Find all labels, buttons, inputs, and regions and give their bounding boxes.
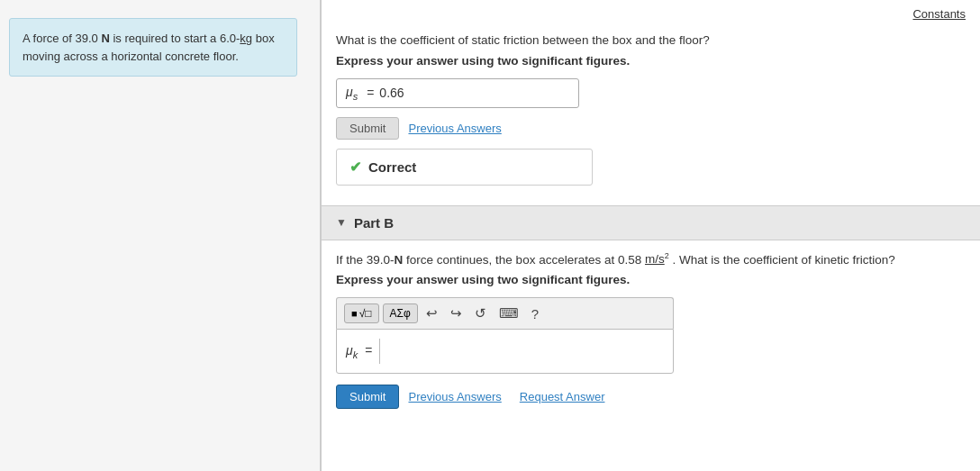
math-box-icon: ■: [351, 308, 358, 319]
reset-button[interactable]: ↺: [470, 303, 491, 323]
part-b-q1: If the 39.0-: [336, 252, 395, 266]
top-bar: Constants: [322, 0, 980, 24]
redo-button[interactable]: ↪: [446, 303, 467, 323]
unit-underline: m/s: [645, 252, 665, 266]
constants-link[interactable]: Constants: [912, 7, 966, 21]
answer-input-box: μs = 0.66: [336, 78, 579, 108]
check-icon: ✔: [349, 159, 361, 176]
muk-input-row: μk =: [336, 329, 674, 374]
mu-sub-k: k: [353, 349, 358, 360]
sidebar: A force of 39.0 N is required to start a…: [0, 0, 320, 471]
part-a-previous-answers-link[interactable]: Previous Answers: [408, 122, 501, 135]
keyboard-button[interactable]: ⌨: [495, 303, 523, 323]
equals-sign: =: [367, 86, 374, 100]
part-a-express: Express your answer using two significan…: [336, 54, 966, 68]
part-a-submit-button[interactable]: Submit: [336, 117, 399, 140]
correct-banner: ✔ Correct: [336, 149, 593, 186]
help-button[interactable]: ?: [527, 304, 543, 323]
part-b-q3: . What is the coefficient of kinetic fri…: [669, 252, 895, 266]
part-b-unit: m/s2: [645, 252, 669, 266]
sqrt-icon: √□: [359, 307, 372, 320]
mass-unit: kg: [240, 32, 252, 45]
undo-button[interactable]: ↩: [422, 303, 442, 323]
force-value: N: [101, 32, 109, 45]
part-b-previous-answers-link[interactable]: Previous Answers: [408, 390, 501, 403]
answer-value: 0.66: [379, 86, 404, 100]
correct-text: Correct: [368, 159, 416, 175]
part-b-header: ▼ Part B: [322, 205, 980, 240]
symbol-text: AΣφ: [390, 307, 411, 320]
part-a-submit-row: Submit Previous Answers: [336, 117, 966, 140]
part-b-content: If the 39.0-N force continues, the box a…: [322, 251, 980, 424]
part-a-question: What is the coefficient of static fricti…: [336, 33, 966, 47]
part-b-express: Express your answer using two significan…: [336, 273, 966, 286]
part-b-question: If the 39.0-N force continues, the box a…: [336, 251, 966, 267]
main-content: Constants What is the coefficient of sta…: [322, 0, 980, 471]
muk-input-field[interactable]: [379, 339, 664, 364]
part-b-title: Part B: [354, 215, 394, 231]
formula-container: ■ √□ AΣφ ↩ ↪ ↺ ⌨ ? μk =: [336, 297, 966, 374]
mu-s-label: μs: [346, 85, 358, 102]
part-b-submit-button[interactable]: Submit: [336, 385, 399, 409]
mu-sub-s: s: [353, 91, 358, 102]
part-a-section: What is the coefficient of static fricti…: [322, 24, 980, 205]
muk-equals: =: [365, 343, 372, 358]
part-b-q-bold: N: [395, 252, 404, 266]
symbol-toolbar-btn[interactable]: AΣφ: [383, 303, 418, 323]
mu-k-label: μk =: [346, 343, 372, 360]
answer-row: μs = 0.66: [336, 78, 966, 108]
math-toolbar-btn[interactable]: ■ √□: [344, 303, 379, 323]
part-b-q2: force continues, the box accelerates at …: [403, 252, 645, 266]
info-text: A force of 39.0 N is required to start a…: [23, 32, 275, 63]
part-b-submit-row: Submit Previous Answers Request Answer: [336, 385, 966, 409]
info-box: A force of 39.0 N is required to start a…: [9, 18, 297, 77]
part-b-arrow-icon[interactable]: ▼: [336, 216, 347, 229]
formula-toolbar: ■ √□ AΣφ ↩ ↪ ↺ ⌨ ?: [336, 297, 674, 329]
part-b-request-answer-link[interactable]: Request Answer: [520, 390, 605, 403]
